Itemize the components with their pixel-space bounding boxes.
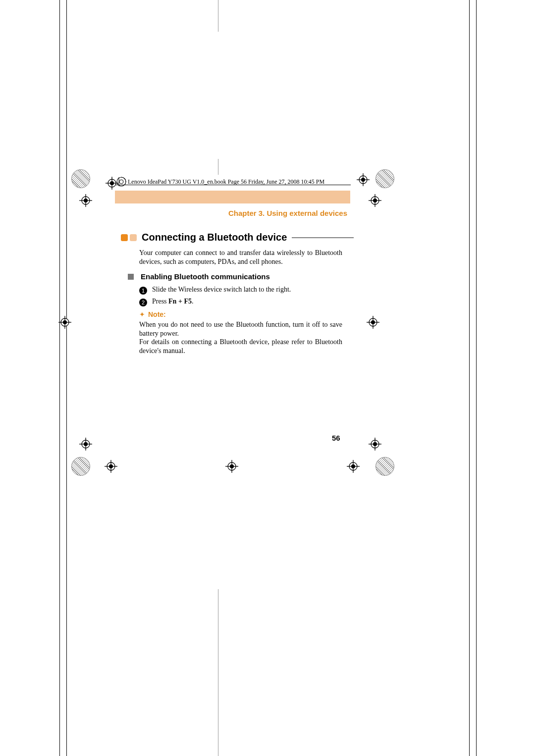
step-text: Slide the Wireless device switch latch t… (152, 286, 291, 294)
note-label: Note: (148, 310, 166, 318)
note-body-line: When you do not need to use the Bluetoot… (139, 321, 342, 337)
book-header: Lenovo IdeaPad Y730 UG V1.0_en.book Page… (128, 178, 324, 186)
registration-mark-icon (367, 316, 379, 329)
step-number-icon: 1 (139, 287, 147, 295)
registration-mark-icon (357, 173, 370, 186)
section-title: Connecting a Bluetooth device (142, 232, 287, 243)
crop-line (218, 589, 218, 756)
crop-line (218, 0, 218, 32)
registration-mark-icon (369, 194, 381, 207)
section-rule (292, 237, 354, 238)
header-band (115, 191, 350, 203)
note-icon: ✦ (139, 310, 145, 318)
svg-point-5 (119, 180, 123, 184)
note-body-line: For details on connecting a Bluetooth de… (139, 338, 342, 354)
spiral-binder-icon (116, 176, 127, 187)
step-text: Press Fn + F5. (152, 298, 193, 305)
chapter-title: Chapter 3. Using external devices (115, 209, 347, 217)
hatch-circle-icon (375, 457, 394, 476)
note-body: When you do not need to use the Bluetoot… (139, 320, 342, 355)
registration-mark-icon (105, 460, 117, 473)
step-text-pre: Press (152, 298, 168, 305)
subsection-heading: Enabling Bluetooth communications (128, 272, 270, 281)
step-text-bold: Fn + F5 (168, 298, 192, 305)
step-number-icon: 2 (139, 299, 147, 306)
registration-mark-icon (225, 460, 238, 473)
step-text-post: . (192, 298, 194, 305)
hatch-circle-icon (375, 169, 394, 188)
hatch-circle-icon (71, 169, 90, 188)
registration-mark-icon (369, 438, 381, 451)
crop-line (218, 159, 218, 175)
crop-line (66, 0, 67, 756)
bullet-icon (130, 234, 137, 241)
registration-mark-icon (347, 460, 360, 473)
registration-mark-icon (79, 194, 92, 207)
page-number: 56 (332, 434, 340, 442)
note-heading: ✦ Note: (139, 310, 166, 318)
square-bullet-icon (128, 274, 134, 280)
subsection-title: Enabling Bluetooth communications (141, 272, 270, 281)
hatch-circle-icon (71, 457, 90, 476)
step-item: 2 Press Fn + F5. (139, 298, 342, 305)
crop-line (476, 0, 477, 756)
registration-mark-icon (79, 438, 92, 451)
section-heading: Connecting a Bluetooth device (121, 232, 354, 243)
crop-line (59, 0, 60, 756)
registration-mark-icon (58, 316, 71, 329)
section-intro: Your computer can connect to and transfe… (139, 249, 342, 266)
step-item: 1 Slide the Wireless device switch latch… (139, 286, 342, 294)
bullet-icon (121, 234, 128, 241)
crop-line (469, 0, 470, 756)
